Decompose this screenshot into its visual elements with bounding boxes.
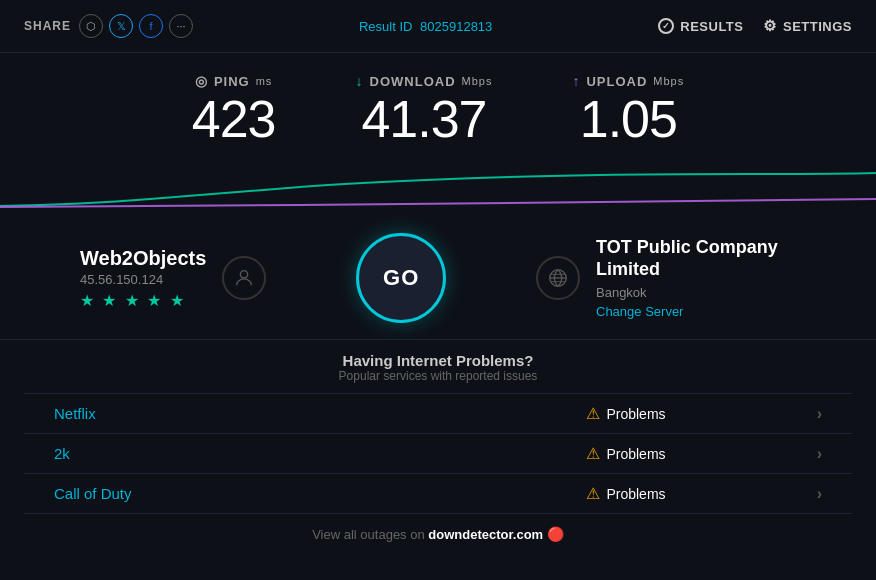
results-link[interactable]: ✓ RESULTS bbox=[658, 18, 743, 34]
problems-subtitle: Popular services with reported issues bbox=[24, 369, 852, 383]
settings-link[interactable]: ⚙ SETTINGS bbox=[763, 17, 852, 35]
problem-row-2k[interactable]: 2k ⚠ Problems › bbox=[24, 434, 852, 474]
share-section: SHARE ⬡ 𝕏 f ··· bbox=[24, 14, 193, 38]
warning-icon-cod: ⚠ bbox=[586, 484, 600, 503]
go-button[interactable]: GO bbox=[356, 233, 446, 323]
gear-icon: ⚙ bbox=[763, 17, 777, 35]
isp-name: Web2Objects bbox=[80, 247, 206, 270]
alert-icon: 🔴 bbox=[547, 526, 564, 542]
problem-name-2k: 2k bbox=[54, 445, 435, 462]
speed-graph bbox=[0, 161, 876, 211]
problem-name-netflix: Netflix bbox=[54, 405, 435, 422]
ping-stat: ◎ PING ms 423 bbox=[192, 73, 276, 145]
results-icon: ✓ bbox=[658, 18, 674, 34]
problem-row-cod[interactable]: Call of Duty ⚠ Problems › bbox=[24, 474, 852, 514]
upload-value: 1.05 bbox=[572, 93, 684, 145]
footer: View all outages on downdetector.com 🔴 bbox=[0, 514, 876, 554]
upload-label: ↑ UPLOAD Mbps bbox=[572, 73, 684, 89]
download-icon: ↓ bbox=[356, 73, 364, 89]
header: SHARE ⬡ 𝕏 f ··· Result ID 8025912813 ✓ R… bbox=[0, 0, 876, 53]
result-id-value[interactable]: 8025912813 bbox=[420, 19, 492, 34]
server-row: TOT Public Company Limited Bangkok Chang… bbox=[536, 237, 796, 318]
problems-title: Having Internet Problems? bbox=[24, 352, 852, 369]
result-id: Result ID 8025912813 bbox=[359, 19, 492, 34]
upload-stat: ↑ UPLOAD Mbps 1.05 bbox=[572, 73, 684, 145]
globe-icon bbox=[536, 256, 580, 300]
server-name: TOT Public Company Limited bbox=[596, 237, 796, 280]
ping-icon: ◎ bbox=[195, 73, 208, 89]
problem-badge-netflix: ⚠ Problems bbox=[435, 404, 816, 423]
warning-icon-netflix: ⚠ bbox=[586, 404, 600, 423]
footer-prefix: View all outages on bbox=[312, 527, 425, 542]
twitter-share-button[interactable]: 𝕏 bbox=[109, 14, 133, 38]
change-server-link[interactable]: Change Server bbox=[596, 304, 796, 319]
chevron-icon-netflix: › bbox=[817, 405, 822, 423]
facebook-share-button[interactable]: f bbox=[139, 14, 163, 38]
ping-label: ◎ PING ms bbox=[192, 73, 276, 89]
middle-section: Web2Objects 45.56.150.124 ★ ★ ★ ★ ★ GO T… bbox=[0, 217, 876, 339]
server-location: Bangkok bbox=[596, 285, 796, 300]
link-share-button[interactable]: ⬡ bbox=[79, 14, 103, 38]
isp-row: Web2Objects 45.56.150.124 ★ ★ ★ ★ ★ bbox=[80, 247, 266, 310]
server-info: TOT Public Company Limited Bangkok Chang… bbox=[596, 237, 796, 318]
problems-section: Having Internet Problems? Popular servic… bbox=[0, 339, 876, 514]
download-label: ↓ DOWNLOAD Mbps bbox=[356, 73, 493, 89]
problem-badge-cod: ⚠ Problems bbox=[435, 484, 816, 503]
problem-badge-2k: ⚠ Problems bbox=[435, 444, 816, 463]
share-label: SHARE bbox=[24, 19, 71, 33]
download-stat: ↓ DOWNLOAD Mbps 41.37 bbox=[356, 73, 493, 145]
user-icon bbox=[222, 256, 266, 300]
header-right: ✓ RESULTS ⚙ SETTINGS bbox=[658, 17, 852, 35]
more-share-button[interactable]: ··· bbox=[169, 14, 193, 38]
share-icons: ⬡ 𝕏 f ··· bbox=[79, 14, 193, 38]
problem-row-netflix[interactable]: Netflix ⚠ Problems › bbox=[24, 394, 852, 434]
chevron-icon-cod: › bbox=[817, 485, 822, 503]
ping-value: 423 bbox=[192, 93, 276, 145]
isp-stars: ★ ★ ★ ★ ★ bbox=[80, 291, 206, 310]
isp-ip: 45.56.150.124 bbox=[80, 272, 206, 287]
chevron-icon-2k: › bbox=[817, 445, 822, 463]
problems-list: Netflix ⚠ Problems › 2k ⚠ Problems › Cal… bbox=[24, 393, 852, 514]
problem-name-cod: Call of Duty bbox=[54, 485, 435, 502]
downdetector-link[interactable]: downdetector.com bbox=[428, 527, 543, 542]
warning-icon-2k: ⚠ bbox=[586, 444, 600, 463]
upload-icon: ↑ bbox=[572, 73, 580, 89]
isp-info: Web2Objects 45.56.150.124 ★ ★ ★ ★ ★ bbox=[80, 247, 206, 310]
svg-point-0 bbox=[241, 271, 248, 278]
stats-row: ◎ PING ms 423 ↓ DOWNLOAD Mbps 41.37 ↑ UP… bbox=[0, 53, 876, 155]
download-value: 41.37 bbox=[356, 93, 493, 145]
